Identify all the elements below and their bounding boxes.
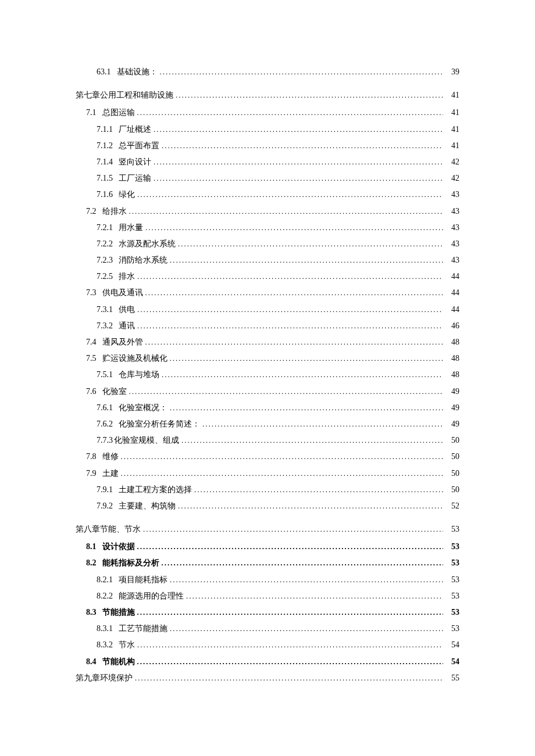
toc-page-number: 41 — [445, 141, 459, 151]
toc-leader-dots — [176, 91, 443, 101]
toc-page-number: 55 — [445, 673, 459, 683]
toc-number: 8.3.2 — [97, 640, 119, 650]
toc-page-number: 42 — [445, 157, 459, 167]
toc-title: 基础设施： — [117, 67, 158, 77]
toc-entry: 7.9土建50 — [76, 468, 459, 479]
toc-leader-dots — [160, 67, 444, 77]
toc-leader-dots — [170, 354, 444, 364]
toc-page-number: 48 — [445, 370, 459, 380]
toc-title: 给排水 — [102, 206, 127, 217]
toc-page-number: 44 — [445, 271, 459, 282]
toc-page-number: 41 — [445, 90, 459, 101]
toc-title: 项目能耗指标 — [119, 575, 167, 585]
toc-leader-dots — [137, 305, 443, 315]
toc-page-number: 43 — [445, 189, 459, 200]
toc-number: 7.3 — [86, 288, 102, 298]
toc-entry: 7.2.3消防给水系统43 — [76, 255, 459, 266]
toc-number: 8.2 — [86, 558, 102, 568]
toc-leader-dots — [154, 125, 443, 135]
toc-leader-dots — [178, 501, 443, 511]
toc-entry: 7.2.1用水量43 — [76, 223, 459, 233]
toc-entry: 8.2能耗指标及分析53 — [76, 558, 459, 568]
toc-page-number: 49 — [445, 403, 459, 413]
toc-number: 8.3 — [86, 607, 102, 618]
toc-entry: 7.9.1土建工程方案的选择50 — [76, 485, 459, 495]
toc-number: 8.2.1 — [97, 575, 119, 585]
toc-title: 设计依据 — [102, 542, 135, 552]
toc-number: 8.2.2 — [97, 591, 119, 601]
toc-entry: 8.4节能机构54 — [76, 657, 459, 667]
toc-leader-dots — [170, 403, 443, 413]
toc-page-number: 50 — [445, 468, 459, 479]
toc-number: 7.1.6 — [97, 189, 119, 200]
toc-number: 7.2.3 — [97, 255, 119, 266]
toc-number: 7.9 — [86, 468, 102, 479]
toc-page-number: 41 — [445, 124, 459, 135]
toc-title: 通讯 — [119, 321, 135, 331]
toc-leader-dots — [181, 436, 443, 446]
toc-entry: 7.1.5工厂运输42 — [76, 173, 459, 184]
toc-entry: 7.1.6绿化43 — [76, 189, 459, 200]
toc-entry: 第九章环境保护55 — [76, 673, 459, 683]
toc-title: 第九章环境保护 — [76, 673, 133, 683]
toc-page-number: 50 — [445, 485, 459, 495]
toc-leader-dots — [170, 575, 443, 585]
toc-page-number: 54 — [445, 640, 459, 650]
toc-title: 贮运设施及机械化 — [102, 353, 167, 364]
toc-leader-dots — [154, 174, 443, 184]
toc-leader-dots — [137, 108, 444, 118]
toc-leader-dots — [143, 525, 443, 535]
toc-leader-dots — [170, 624, 443, 634]
toc-page-number: 50 — [445, 435, 459, 446]
toc-title: 维修 — [102, 452, 119, 462]
toc-title: 绿化 — [119, 189, 135, 200]
toc-leader-dots — [162, 141, 443, 151]
toc-leader-dots — [194, 485, 443, 495]
toc-leader-dots — [137, 272, 443, 282]
toc-entry: 7.1.4竖向设计42 — [76, 157, 459, 167]
toc-number: 7.6 — [86, 386, 102, 397]
toc-title: 总图运输 — [102, 108, 135, 118]
toc-title: 第八章节能、节水 — [76, 524, 141, 535]
toc-number: 7.1.5 — [97, 173, 119, 184]
toc-leader-dots — [121, 452, 444, 462]
toc-entry: 7.6.2化验室分析任务简述：49 — [76, 419, 459, 429]
toc-leader-dots — [186, 592, 443, 601]
toc-page-number: 53 — [445, 542, 459, 552]
toc-number: 7.5 — [86, 353, 102, 364]
toc-entry: 7.3供电及通讯44 — [76, 288, 459, 298]
toc-leader-dots — [137, 608, 444, 618]
toc-leader-dots — [202, 420, 443, 429]
toc-title: 节能措施 — [102, 607, 135, 618]
toc-entry: 7.6.1化验室概况：49 — [76, 403, 459, 413]
toc-page-number: 54 — [445, 657, 459, 667]
toc-title: 厂址概述 — [119, 124, 151, 135]
toc-title: 排水 — [119, 271, 135, 282]
toc-entry: 7.4通风及外管48 — [76, 337, 459, 347]
toc-leader-dots — [145, 223, 443, 233]
toc-entry: 第八章节能、节水53 — [76, 524, 459, 535]
toc-title: 工艺节能措施 — [119, 624, 167, 634]
toc-entry: 7.1总图运输41 — [76, 108, 459, 118]
toc-page-number: 53 — [445, 624, 459, 634]
toc-leader-dots — [178, 239, 443, 249]
toc-entry: 7.3.2通讯46 — [76, 321, 459, 331]
toc-leader-dots — [137, 640, 443, 650]
toc-leader-dots — [129, 207, 444, 217]
toc-page-number: 50 — [445, 452, 459, 462]
toc-page-number: 42 — [445, 173, 459, 184]
toc-title: 总平面布置 — [119, 141, 159, 151]
toc-leader-dots — [121, 469, 444, 479]
toc-leader-dots — [137, 657, 444, 667]
toc-leader-dots — [145, 338, 444, 347]
toc-number: 7.2.2 — [97, 239, 119, 249]
toc-leader-dots — [137, 190, 443, 200]
toc-title: 土建工程方案的选择 — [119, 485, 192, 495]
toc-page-number: 53 — [445, 591, 459, 601]
toc-title: 供电 — [119, 304, 135, 315]
toc-page-number: 52 — [445, 501, 459, 511]
toc-leader-dots — [137, 321, 443, 331]
toc-number: 7.1.2 — [97, 141, 119, 151]
toc-title: 用水量 — [119, 223, 143, 233]
toc-number: 8.4 — [86, 657, 102, 667]
